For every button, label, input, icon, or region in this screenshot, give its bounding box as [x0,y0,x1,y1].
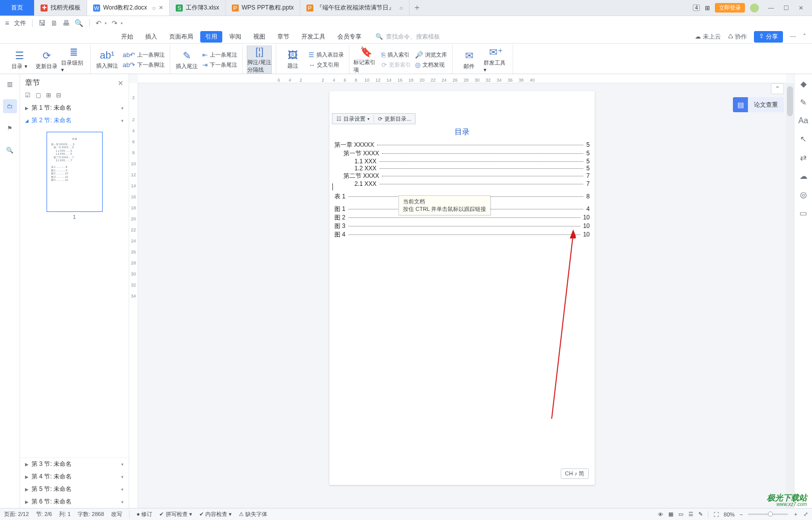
status-rewrite[interactable]: 改写 [111,510,122,518]
tab-home[interactable]: 首页 [0,0,35,16]
status-font[interactable]: ⚠ 缺失字体 [239,510,267,518]
next-endnote-button[interactable]: ⇥下一条尾注 [201,61,238,69]
zoom-slider[interactable] [748,513,788,515]
add-section-icon[interactable]: ⊞ [46,92,51,99]
zoom-out-icon[interactable]: − [740,511,743,517]
doc-discovery-button[interactable]: ◎文档发现 [414,61,448,69]
status-spell[interactable]: ✔ 拼写检查 ▾ [159,510,192,518]
status-content[interactable]: ✔ 内容检查 ▾ [199,510,232,518]
rail-style-icon[interactable]: Aa [798,116,808,125]
view-print-icon[interactable]: ▦ [668,511,673,517]
document-canvas[interactable]: ☷目录设置▾ ⟳更新目录... 目录 第一章 XXXXX5第一节 XXXX51.… [138,83,786,508]
prev-endnote-button[interactable]: ⇤上一条尾注 [201,51,238,59]
page[interactable]: ☷目录设置▾ ⟳更新目录... 目录 第一章 XXXXX5第一节 XXXX51.… [329,91,595,485]
status-words[interactable]: 字数: 2868 [78,510,104,518]
browse-library-button[interactable]: 🔎浏览文库 [414,51,448,59]
command-search[interactable]: 🔍查找命令、搜索模板 [375,33,440,41]
file-menu[interactable]: 文件 [14,19,26,28]
toc-entry[interactable]: 第一节 XXXX5 [334,149,590,158]
add-tab-button[interactable]: ＋ [410,0,425,16]
page-thumbnail[interactable]: 目录 第一章 XXXXX........5 第一节 XXXX......5 1.… [47,132,103,212]
tab-word-doc[interactable]: WWord教程2.docx○✕ [87,0,170,16]
horizontal-ruler[interactable]: 642246810121416182022242628303234363840 [138,74,786,83]
tab-sheet[interactable]: S工作簿3.xlsx [170,0,226,16]
badge-icon[interactable]: 4 [693,5,700,11]
tab-docer[interactable]: ✚找稻壳模板 [35,0,87,16]
rail-setting-icon[interactable]: ◎ [800,190,807,199]
section-item-current[interactable]: ◢第 2 节: 未命名▾ [20,114,129,127]
status-column[interactable]: 列: 1 [59,510,71,518]
rail-docer-icon[interactable]: ◆ [800,79,806,89]
fit-icon[interactable]: ⛶ [713,511,719,517]
section-item[interactable]: ▶第 6 节: 未命名▾ [20,495,129,508]
toc-entry[interactable]: 第二节 XXXX7 [334,172,590,180]
rail-page-icon[interactable]: ▭ [799,208,807,218]
expand-icon[interactable]: ▢ [36,92,41,99]
highlight-icon[interactable]: ✎ [698,511,703,517]
status-page[interactable]: 页面: 2/12 [4,510,29,518]
next-footnote-button[interactable]: ab↷下一条脚注 [122,61,166,69]
status-track[interactable]: ● 修订 [137,510,153,518]
float-collapse-icon[interactable]: ⌃ [771,83,784,94]
tab-ppt2[interactable]: P『端午狂欢祝福浓情满节日』○ [300,0,410,16]
login-button[interactable]: 立即登录 [715,3,745,13]
collapse-ribbon-icon[interactable]: ⋯ [790,33,796,40]
menu-icon[interactable]: ≡ [5,19,9,27]
note-separator-button[interactable]: [¦]脚注/尾注分隔线 [247,46,272,74]
close-pane-icon[interactable]: ✕ [118,79,124,87]
prev-footnote-button[interactable]: ab↶上一条脚注 [122,51,166,59]
insert-footnote-button[interactable]: ab¹插入脚注 [95,46,120,74]
toc-entry[interactable]: 2.1 XXX7 [334,180,590,187]
menu-view[interactable]: 视图 [248,31,270,43]
toc-entry[interactable]: 1.2 XXX5 [334,165,590,172]
menu-dev[interactable]: 开发工具 [296,31,330,43]
zoom-in-icon[interactable]: ＋ [793,510,798,518]
toc-entry[interactable]: 图 310 [334,222,590,230]
save-as-icon[interactable]: 🗎 [51,19,58,27]
share-button[interactable]: ⇪ 分享 [754,31,783,43]
collapse-all-icon[interactable]: ☑ [25,92,31,99]
close-icon[interactable]: ✕ [159,5,163,11]
save-icon[interactable]: 🖫 [39,19,46,27]
minimize-button[interactable]: — [764,3,778,14]
caption-button[interactable]: 🖼题注 [280,46,305,74]
vertical-ruler[interactable]: 2246810121416182022242628303234 [129,83,138,508]
maximize-button[interactable]: ☐ [779,3,793,14]
menu-review[interactable]: 审阅 [224,31,246,43]
menu-references[interactable]: 引用 [200,31,222,43]
toc-entry[interactable]: 图 410 [334,230,590,239]
ribbon-toggle-icon[interactable]: ˄ [803,33,806,40]
print-preview-icon[interactable]: 🔍 [75,19,83,27]
view-web-icon[interactable]: ▭ [678,511,683,517]
cloud-status[interactable]: ☁ 未上云 [695,33,720,41]
status-section[interactable]: 节: 2/6 [36,510,52,518]
rail-thumbnails[interactable]: ▥ [3,77,17,91]
ime-indicator[interactable]: CH ♪ 简 [561,468,589,479]
toc-button[interactable]: ☰目录 ▾ [7,46,32,74]
rail-sections[interactable]: 🗀 [3,99,17,113]
menu-insert[interactable]: 插入 [140,31,162,43]
insert-index-button[interactable]: ⎘插入索引 [380,51,412,59]
section-item[interactable]: ▶第 5 节: 未命名▾ [20,483,129,495]
undo-icon[interactable]: ↶ [96,19,102,27]
menu-sections[interactable]: 章节 [272,31,294,43]
menu-member[interactable]: 会员专享 [332,31,366,43]
redo-icon[interactable]: ↷ [112,19,118,27]
menu-start[interactable]: 开始 [116,31,138,43]
mark-index-button[interactable]: 🔖标记索引项 [353,46,378,74]
rail-shape-icon[interactable]: ⇄ [800,153,806,162]
cross-ref-button[interactable]: ↔交叉引用 [307,61,345,69]
section-item[interactable]: ▶第 4 节: 未命名▾ [20,470,129,483]
menu-layout[interactable]: 页面布局 [164,31,198,43]
toc-entry[interactable]: 1.1 XXX5 [334,158,590,165]
insert-endnote-button[interactable]: ✎插入尾注 [174,46,199,74]
toc-update-button[interactable]: ⟳更新目录... [374,115,415,123]
rail-select-icon[interactable]: ↖ [800,134,806,144]
paper-check-button[interactable]: ▤论文查重 [733,97,784,112]
rail-edit-icon[interactable]: ✎ [800,98,806,107]
tab-ppt1[interactable]: PWPS PPT教程.pptx [226,0,300,16]
toc-entry[interactable]: 第一章 XXXXX5 [334,141,590,149]
avatar[interactable] [750,4,759,13]
print-icon[interactable]: 🖶 [63,19,70,27]
rail-search[interactable]: 🔍 [3,143,17,157]
